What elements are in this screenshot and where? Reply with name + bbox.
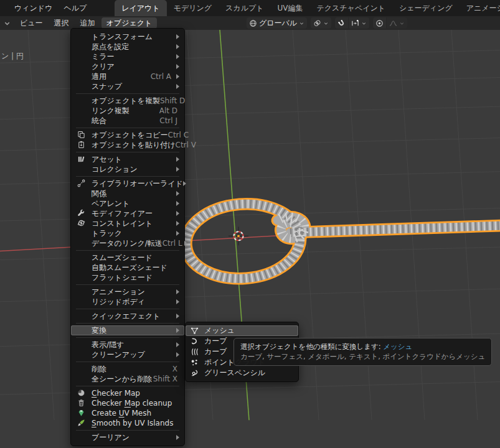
menu-item[interactable]: 変換	[71, 325, 184, 335]
header-menus: ビュー選択追加オブジェクト	[14, 17, 158, 29]
trash-icon	[77, 399, 85, 407]
header-menu[interactable]: オブジェクト	[101, 17, 158, 29]
submenu-arrow-icon	[173, 328, 179, 333]
menu-item-label: データのリンク/転送	[92, 238, 163, 249]
menu-item[interactable]: クリーンアップ	[71, 350, 184, 360]
menu-item[interactable]: オブジェクトを貼り付けCtrl V	[71, 140, 184, 150]
submenu-arrow-icon	[173, 342, 179, 347]
transform-orientation-dropdown[interactable]: グローバル	[247, 17, 307, 29]
menu-separator	[76, 176, 179, 177]
checker-sphere-icon	[77, 389, 85, 397]
menu-item[interactable]: 自動スムーズシェード	[71, 263, 184, 273]
workspace-tab[interactable]: シェーディング	[392, 0, 460, 16]
menu-item-label: 削除	[92, 364, 106, 375]
menu-item[interactable]: Checker Map	[71, 388, 184, 398]
menu-item[interactable]: トランスフォーム	[71, 32, 184, 42]
editor-type-chevron-icon[interactable]	[3, 19, 11, 27]
proportional-icon	[375, 19, 384, 27]
menu-item[interactable]: データのリンク/転送Ctrl L	[71, 238, 184, 248]
menu-item-shortcut: Ctrl L	[163, 239, 184, 248]
proportional-editing-toggle[interactable]	[373, 17, 386, 29]
menu-item[interactable]: リンク複製Alt D	[71, 106, 184, 116]
proportional-group	[373, 17, 407, 29]
pointcloud-icon	[191, 358, 199, 366]
header-menu[interactable]: 追加	[75, 17, 100, 29]
menu-item[interactable]: オブジェクトをコピーCtrl C	[71, 130, 184, 140]
menu-item[interactable]: 削除X	[71, 364, 184, 374]
header-menu[interactable]: ビュー	[15, 17, 48, 29]
menu-item[interactable]: オブジェクトを複製Shift D	[71, 96, 184, 106]
constraint-icon	[77, 219, 85, 227]
curves-icon	[191, 348, 199, 356]
menu-separator	[76, 250, 179, 251]
paintbrush-icon	[77, 419, 85, 427]
menu-item[interactable]: Checker Map cleanup	[71, 398, 184, 408]
menu-item[interactable]: スナップ	[71, 82, 184, 91]
pivot-point-dropdown[interactable]	[311, 17, 331, 29]
menu-separator	[76, 309, 179, 309]
menu-separator	[76, 362, 179, 362]
menu-item[interactable]: スムーズシェード	[71, 253, 184, 263]
menu-item[interactable]: Smooth by UV Islands	[71, 418, 184, 428]
menu-item-label: モディファイアー	[92, 208, 153, 219]
menu-item[interactable]: 統合Ctrl J	[71, 116, 184, 126]
copy-icon	[77, 131, 85, 139]
submenu-arrow-icon	[173, 167, 179, 172]
menu-item[interactable]: リジッドボディ	[71, 297, 184, 307]
menu-item[interactable]: 全シーンから削除Shift X	[71, 374, 184, 384]
menu-item[interactable]: ライブラリオーバーライド	[71, 179, 184, 189]
menu-item[interactable]: モディファイアー	[71, 208, 184, 218]
chevron-down-icon	[399, 21, 405, 26]
menu-item[interactable]: Create UV Mesh	[71, 408, 184, 418]
menu-item[interactable]: コンストレイント	[71, 218, 184, 228]
menu-item[interactable]: クイックエフェクト	[71, 311, 184, 321]
menu-item[interactable]: フラットシェード	[71, 273, 184, 282]
menu-item[interactable]: アセット	[71, 154, 184, 164]
workspace-tab[interactable]: UV編集	[270, 0, 309, 16]
menu-item[interactable]: 表示/隠す	[71, 340, 184, 350]
snap-target-dropdown[interactable]	[349, 17, 369, 29]
workspace-tab[interactable]: スカルプト	[219, 0, 270, 16]
submenu-item-label: カーブ	[204, 347, 227, 357]
menu-item[interactable]: ペアレント	[71, 198, 184, 208]
menu-item-label: アニメーション	[92, 287, 145, 297]
menu-item-label: リジッドボディ	[92, 297, 145, 307]
submenu-arrow-icon	[173, 191, 179, 196]
falloff-dropdown[interactable]	[387, 17, 407, 29]
menu-item[interactable]: コレクション	[71, 164, 184, 174]
topbar-menu[interactable]: ヘルプ	[58, 3, 92, 14]
chevron-down-icon	[323, 21, 329, 26]
menu-item[interactable]: クリア	[71, 62, 184, 72]
workspace-tab[interactable]: モデリング	[167, 0, 219, 16]
submenu-arrow-icon	[183, 181, 186, 186]
menu-item-label: オブジェクトを複製	[92, 96, 160, 106]
mesh-icon	[191, 327, 199, 335]
menu-item-label: ミラー	[92, 52, 115, 62]
menu-separator	[76, 93, 179, 94]
menu-item-shortcut: Shift D	[160, 96, 187, 105]
submenu-item[interactable]: グリースペンシル	[186, 368, 298, 378]
workspace-tab[interactable]: テクスチャペイント	[309, 0, 392, 16]
menu-item-shortcut: Ctrl V	[176, 141, 198, 149]
menu-item[interactable]: アニメーション	[71, 287, 184, 297]
tooltip-line1: 選択オブジェクトを他の種類に変換します: メッシュ	[240, 342, 485, 352]
menu-separator	[76, 386, 179, 386]
menu-item[interactable]: トラック	[71, 228, 184, 238]
menu-item[interactable]: 関係	[71, 189, 184, 198]
menu-item-label: ブーリアン	[92, 432, 130, 443]
submenu-item[interactable]: メッシュ	[186, 325, 298, 336]
workspace-tab[interactable]: アニメーション	[460, 0, 500, 16]
menu-item-label: 原点を設定	[92, 42, 129, 52]
menu-item-shortcut: Ctrl J	[159, 116, 179, 125]
header-menu[interactable]: 選択	[49, 17, 74, 29]
submenu-arrow-icon	[173, 157, 179, 162]
chevron-down-icon	[361, 21, 367, 26]
menu-item-label: スナップ	[92, 82, 122, 92]
menu-item[interactable]: 適用Ctrl A	[71, 72, 184, 82]
workspace-tab[interactable]: レイアウト	[115, 0, 166, 16]
menu-item[interactable]: ブーリアン	[71, 432, 184, 442]
snapping-toggle[interactable]	[335, 17, 348, 29]
topbar-menu[interactable]: ウィンドウ	[9, 3, 58, 14]
menu-item[interactable]: ミラー	[71, 52, 184, 62]
menu-item[interactable]: 原点を設定	[71, 42, 184, 52]
